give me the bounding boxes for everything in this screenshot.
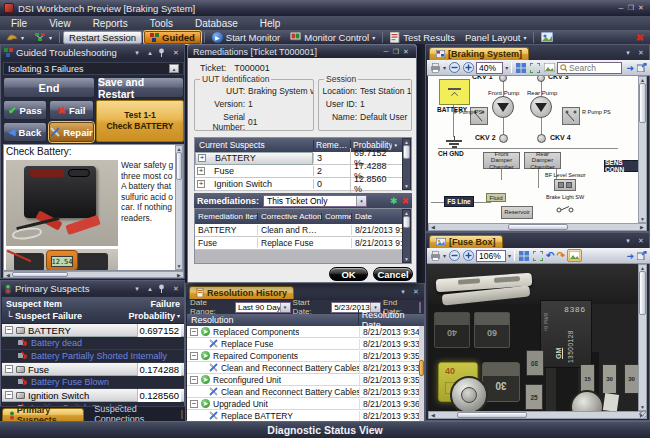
resolution-group-row[interactable]: −➤Replaced Components 8/21/2013 9:34:52.… xyxy=(187,326,424,338)
menu-database[interactable]: Database xyxy=(184,16,249,30)
ok-button[interactable]: OK xyxy=(329,267,368,281)
close-toolbar-icon[interactable]: ✖ xyxy=(636,32,644,43)
close-icon[interactable]: ✕ xyxy=(401,48,411,56)
pass-button[interactable]: ✔Pass xyxy=(3,100,47,120)
remediation-row[interactable]: Fuse Replace Fuse 8/21/2013 9:33... xyxy=(195,237,411,250)
diagram-node-fs-line[interactable]: FS Line xyxy=(444,196,474,207)
diagram-node-bf-level[interactable] xyxy=(554,179,576,191)
diagram-node-reservoir[interactable]: Reservoir xyxy=(501,206,533,219)
highlight-mode-button[interactable] xyxy=(567,249,582,262)
resolution-header-tab[interactable]: Resolution History xyxy=(189,286,294,299)
panel-collapse-icon[interactable]: ▴ xyxy=(145,285,155,293)
current-suspect-row[interactable]: +Ignition Switch 0 12.8560 % xyxy=(195,178,411,191)
resolution-child-row[interactable]: Clean and Reconnect Battery Cables 8/21/… xyxy=(187,386,424,398)
suspect-group-row[interactable]: − BATTERY 0.697152 xyxy=(2,324,184,337)
collapse-icon[interactable]: − xyxy=(5,326,13,334)
menu-tools[interactable]: Tools xyxy=(139,16,184,30)
panel-close-icon[interactable]: ✕ xyxy=(636,49,646,57)
suspect-group-row[interactable]: − Fuse 0.174288 xyxy=(2,363,184,376)
diagram-node-ckv4[interactable] xyxy=(537,134,546,143)
chevron-down-icon[interactable]: ▾ xyxy=(508,252,511,259)
diagram-node-r-pump-ps[interactable] xyxy=(562,107,580,125)
cancel-button[interactable]: Cancel xyxy=(373,267,413,281)
diagram-tool-button[interactable]: ▾ xyxy=(30,31,56,44)
chevron-down-icon[interactable]: ▾ xyxy=(505,64,508,71)
panel-collapse-icon[interactable]: ▾ xyxy=(398,288,408,296)
panel-close-icon[interactable]: ✕ xyxy=(411,288,421,296)
diagram-node-ckv1[interactable] xyxy=(499,76,507,82)
monitor-control-button[interactable]: Monitor Control ▾ xyxy=(286,31,379,44)
redo-icon[interactable]: ↷ xyxy=(556,250,564,261)
instruction-hscroll[interactable]: ◀▶ xyxy=(3,271,184,278)
search-input[interactable] xyxy=(569,63,621,73)
fusebox-vscroll[interactable]: ▲▼ xyxy=(638,264,647,411)
braking-hscroll[interactable]: ◀▶ xyxy=(428,223,647,231)
expand-icon[interactable]: + xyxy=(197,180,205,188)
remediation-row[interactable]: BATTERY Clean and Reconnect Battery Cabl… xyxy=(195,224,411,237)
diagram-node-ckv3[interactable] xyxy=(537,76,545,82)
menu-reports[interactable]: Reports xyxy=(82,16,139,30)
fuse-box-photo[interactable]: 40 60 8386 HI PWR GM 13500128 40 30 xyxy=(428,264,638,411)
collapse-icon[interactable]: − xyxy=(5,391,13,399)
grid-view-icon[interactable] xyxy=(518,250,530,261)
jump-to-icon[interactable]: ➜ xyxy=(626,63,634,73)
jump-to-icon[interactable]: ➜ xyxy=(626,251,634,261)
image-mode-icon[interactable] xyxy=(543,62,555,73)
guided-mode-button[interactable]: Guided xyxy=(144,31,201,44)
resolution-vscroll[interactable] xyxy=(419,326,424,421)
fusebox-header-tab[interactable]: [Fuse Box] xyxy=(429,235,503,248)
suspect-failure-row[interactable]: Battery Partially Shorted Internally xyxy=(2,350,184,363)
panel-collapse-icon[interactable]: ▾ xyxy=(623,49,633,57)
zoom-level-input[interactable] xyxy=(476,62,503,74)
test-results-button[interactable]: Test Results xyxy=(386,31,459,44)
menu-file[interactable]: File xyxy=(0,16,38,30)
collapse-button[interactable]: ▴ xyxy=(169,64,179,73)
back-button[interactable]: ◀Back xyxy=(3,122,47,142)
diagram-node-sens-conn[interactable]: SENS CONN xyxy=(604,160,638,172)
current-test-box[interactable]: Test 1-1 Check BATTERY xyxy=(96,100,184,142)
braking-header-tab[interactable]: [Braking System] xyxy=(429,47,529,60)
diagram-node-brake-light[interactable] xyxy=(554,201,578,219)
pin-icon[interactable] xyxy=(158,284,168,293)
diagram-node-front-pump[interactable] xyxy=(492,96,514,118)
add-remediation-icon[interactable]: ✱ xyxy=(390,196,398,206)
expand-icon[interactable]: + xyxy=(197,167,205,175)
chevron-down-icon[interactable]: ▾ xyxy=(280,303,290,312)
minimize-icon[interactable]: ─ xyxy=(381,48,391,55)
date-range-select[interactable]: ▾ xyxy=(235,302,291,313)
pin-icon[interactable] xyxy=(158,48,168,57)
resolution-group-row[interactable]: −➤Reconfigured Unit 8/21/2013 9:35:54... xyxy=(187,374,424,386)
resolution-child-row[interactable]: Clean and Reconnect Battery Cables 8/21/… xyxy=(187,362,424,374)
panel-close-icon[interactable]: ✕ xyxy=(636,237,646,245)
panel-collapse-icon[interactable]: ▾ xyxy=(623,237,633,245)
resolution-group-row[interactable]: −➤Upgraded Unit 8/21/2013 9:36:21... xyxy=(187,398,424,410)
minimize-icon[interactable]: ─ xyxy=(616,5,626,12)
fail-button[interactable]: ✖Fail xyxy=(49,100,94,120)
print-icon[interactable] xyxy=(429,250,441,261)
panel-close-icon[interactable]: ✕ xyxy=(171,285,181,293)
resolution-column-header[interactable]: Resolution Resolution Date xyxy=(187,314,424,326)
delete-remediation-icon[interactable]: ✖ xyxy=(401,196,409,206)
chevron-down-icon[interactable]: ▾ xyxy=(443,252,446,259)
fusebox-hscroll[interactable]: ◀▶ xyxy=(428,411,647,419)
remediations-header[interactable]: Remediation Item Corrective Action Comme… xyxy=(195,209,411,224)
repair-button[interactable]: Repair xyxy=(49,122,94,142)
diagram-node-ch-gnd[interactable] xyxy=(444,136,464,148)
maximize-icon[interactable]: ❐ xyxy=(391,48,401,56)
braking-vscroll[interactable]: ▲▼ xyxy=(638,76,647,223)
zoom-out-icon[interactable] xyxy=(448,250,460,261)
chevron-down-icon[interactable]: ▾ xyxy=(443,64,446,71)
resolution-child-row[interactable]: Replace Fuse 8/21/2013 9:33:49... xyxy=(187,338,424,350)
suspects-column-header[interactable]: Suspect Item └ Suspect Failure Failure P… xyxy=(2,297,184,324)
panel-collapse-icon[interactable]: ▴ xyxy=(145,49,155,57)
fit-to-window-icon[interactable] xyxy=(532,250,544,261)
diagram-node-battery[interactable] xyxy=(439,79,470,105)
diagram-node-front-damper[interactable]: Front Damper Chamber xyxy=(483,152,520,169)
panel-menu-icon[interactable]: ▾ xyxy=(132,285,142,293)
collapse-icon[interactable]: − xyxy=(5,365,13,373)
restart-session-button[interactable]: Restart Session xyxy=(63,31,142,44)
snapshot-button[interactable] xyxy=(537,31,557,44)
zoom-in-icon[interactable] xyxy=(462,250,474,261)
collapse-icon[interactable]: − xyxy=(190,400,198,408)
remediations-filter-select[interactable]: ▾ xyxy=(263,195,367,207)
